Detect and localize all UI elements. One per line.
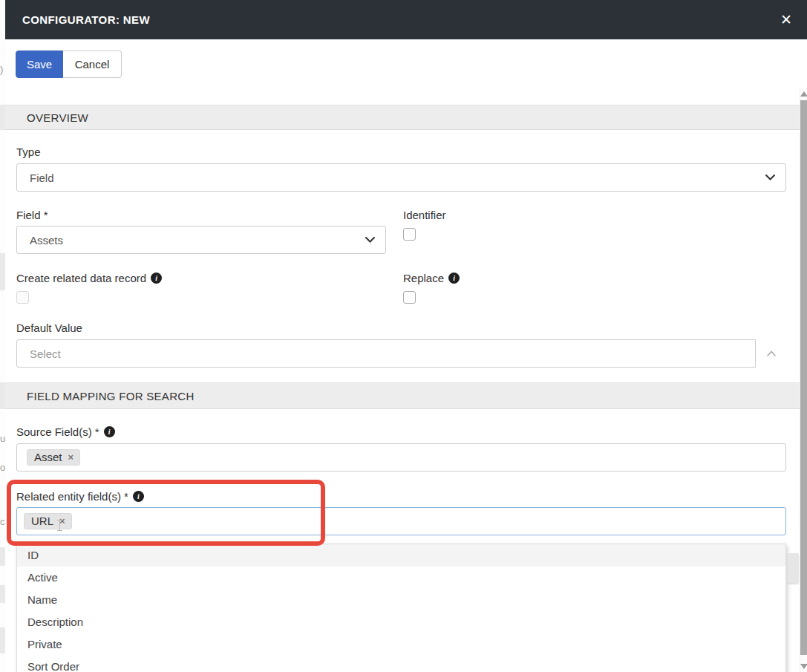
modal-scrollbar[interactable] <box>800 88 807 672</box>
field-select[interactable]: Assets <box>16 226 386 254</box>
modal-header: CONFIGURATOR: NEW ✕ <box>5 0 807 39</box>
default-value-box: Select <box>16 339 786 368</box>
dropdown-option-name[interactable]: Name <box>17 589 785 611</box>
info-icon: i <box>133 491 144 502</box>
field-identifier-row: Field * Assets Identifier <box>16 209 786 254</box>
create-related-column: Create related data record i <box>16 272 386 304</box>
modal-title: CONFIGURATOR: NEW <box>22 13 780 26</box>
identifier-column: Identifier <box>403 209 786 254</box>
create-replace-row: Create related data record i Replace i <box>16 272 786 304</box>
modal-body: OVERVIEW Type Field Field * Assets Ident… <box>5 88 800 672</box>
dropdown-option-active[interactable]: Active <box>17 567 785 589</box>
section-overview-header: OVERVIEW <box>5 105 800 130</box>
scroll-down-arrow[interactable] <box>800 660 807 672</box>
chevron-up-icon <box>767 350 776 356</box>
info-icon: i <box>448 273 460 284</box>
tag-label: URL <box>31 515 53 527</box>
info-icon: i <box>151 273 162 284</box>
type-select-value: Field <box>30 172 765 184</box>
info-icon: i <box>104 426 115 437</box>
dropdown-option-sort-order[interactable]: Sort Order <box>17 656 785 672</box>
background-fragment <box>0 547 5 566</box>
tag-url: URL × <box>24 513 72 529</box>
field-select-value: Assets <box>30 234 365 247</box>
cancel-button[interactable]: Cancel <box>63 50 122 78</box>
source-fields-input[interactable]: Asset × <box>16 443 786 472</box>
dropdown-option-private[interactable]: Private <box>17 633 785 656</box>
inner-scrollbar-thumb[interactable] <box>788 553 799 583</box>
default-value-select[interactable]: Select <box>16 339 786 368</box>
default-value-placeholder: Select <box>30 348 744 360</box>
related-entity-fields-label-text: Related entity field(s) * <box>16 490 128 503</box>
dropdown-option-id[interactable]: ID <box>17 544 785 567</box>
background-fragment: c <box>0 516 5 527</box>
create-related-checkbox <box>16 291 29 304</box>
related-entity-fields-input[interactable]: URL × <box>16 507 786 535</box>
replace-checkbox[interactable] <box>403 291 416 304</box>
background-fragment: o <box>0 462 5 473</box>
source-fields-label: Source Field(s) * i <box>16 425 786 438</box>
save-cancel-group: Save Cancel <box>16 50 122 78</box>
page: ) u o c CONFIGURATOR: NEW ✕ Save Cancel … <box>0 0 807 672</box>
create-related-label: Create related data record i <box>16 272 386 284</box>
background-fragment <box>0 253 5 290</box>
scrollbar-thumb[interactable] <box>800 100 807 655</box>
close-icon[interactable]: ✕ <box>780 13 792 27</box>
background-fragment <box>0 105 5 130</box>
chevron-down-icon <box>765 174 775 180</box>
background-fragment: ) <box>0 64 3 75</box>
scroll-up-arrow[interactable] <box>800 88 807 100</box>
tag-remove-icon[interactable]: × <box>59 516 65 526</box>
related-entity-fields-label: Related entity field(s) * i <box>16 490 786 503</box>
tag-remove-icon[interactable]: × <box>68 452 74 462</box>
save-button[interactable]: Save <box>16 50 63 78</box>
field-label: Field * <box>16 209 386 221</box>
tag-asset: Asset × <box>27 449 80 466</box>
configurator-modal: CONFIGURATOR: NEW ✕ Save Cancel OVERVIEW… <box>5 0 807 672</box>
default-value-label: Default Value <box>16 322 786 334</box>
background-fragment <box>0 585 5 603</box>
identifier-label: Identifier <box>403 209 786 221</box>
dropdown-option-description[interactable]: Description <box>17 611 785 633</box>
identifier-checkbox[interactable] <box>403 228 416 241</box>
source-fields-label-text: Source Field(s) * <box>16 425 99 438</box>
collapse-toggle[interactable] <box>755 339 786 368</box>
type-label: Type <box>16 146 786 158</box>
create-related-label-text: Create related data record <box>16 272 146 284</box>
section-field-mapping-header: FIELD MAPPING FOR SEARCH <box>5 382 800 409</box>
replace-column: Replace i <box>403 272 786 304</box>
type-select[interactable]: Field <box>16 163 786 192</box>
related-entity-dropdown: ID Active Name Description Private Sort … <box>16 544 786 672</box>
replace-label-text: Replace <box>403 272 444 284</box>
background-fragment <box>0 627 5 653</box>
toolbar: Save Cancel <box>5 39 807 88</box>
background-page-sliver: ) u o c <box>0 0 5 672</box>
background-fragment: u <box>0 433 5 444</box>
background-fragment <box>0 382 5 409</box>
tag-label: Asset <box>34 451 62 463</box>
field-column: Field * Assets <box>16 209 386 254</box>
replace-label: Replace i <box>403 272 786 284</box>
chevron-down-icon <box>365 237 375 243</box>
